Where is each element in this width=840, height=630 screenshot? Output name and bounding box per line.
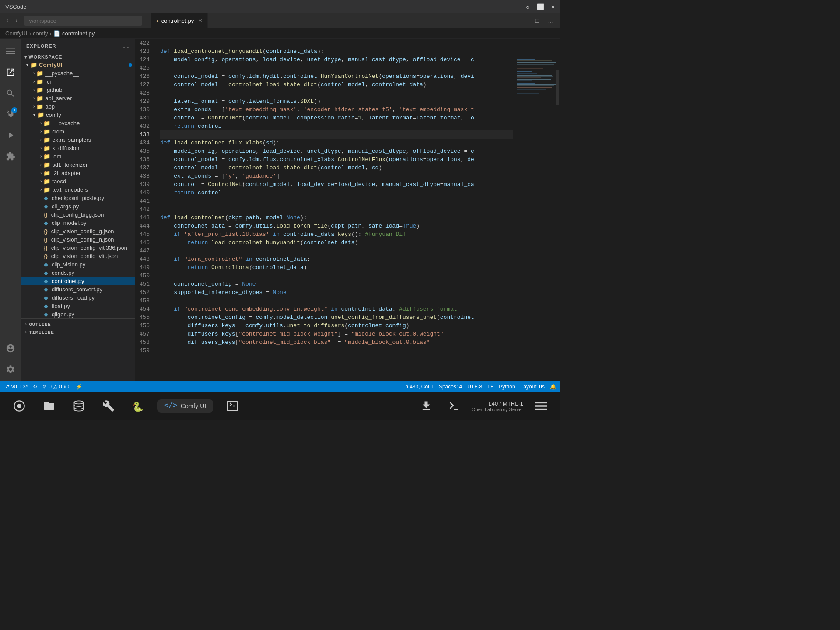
- tree-item-github[interactable]: › 📁 .github: [21, 86, 135, 94]
- status-layout[interactable]: Layout: us: [521, 384, 545, 390]
- tree-item-clip-vision-g[interactable]: {} clip_vision_config_g.json: [21, 227, 135, 235]
- tree-item-checkpoint-pickle[interactable]: ◆ checkpoint_pickle.py: [21, 194, 135, 202]
- taskbar-folder-icon[interactable]: [38, 396, 60, 416]
- float-label: float.py: [52, 303, 70, 309]
- tree-item-clip-vision-vitl[interactable]: {} clip_vision_config_vitl.json: [21, 252, 135, 260]
- activity-icon-source-control[interactable]: 1: [2, 105, 19, 123]
- timeline-header[interactable]: › TIMELINE: [21, 329, 135, 336]
- code-line-428: [160, 89, 513, 97]
- tree-item-pycache[interactable]: › 📁 __pycache__: [21, 69, 135, 77]
- taskbar-menu-icon[interactable]: [530, 396, 551, 416]
- ln-432: 432: [135, 122, 151, 130]
- refresh-button[interactable]: ↻: [526, 3, 529, 10]
- status-sync[interactable]: ↻: [33, 384, 37, 390]
- code-line-427: control_model = controlnet_load_state_di…: [160, 80, 513, 89]
- tree-item-taesd[interactable]: › 📁 taesd: [21, 177, 135, 186]
- svg-rect-24: [517, 94, 539, 94]
- taskbar-tools-icon[interactable]: [98, 396, 119, 416]
- tree-item-k-diffusion[interactable]: › 📁 k_diffusion: [21, 144, 135, 152]
- status-errors[interactable]: ⊘ 0 △ 0 ℹ 0: [42, 384, 70, 390]
- tree-item-clip-vision-h[interactable]: {} clip_vision_config_h.json: [21, 235, 135, 244]
- taskbar: 🐍 </> Comfy UI L40 / MTRL-1 Open Laborat…: [0, 392, 560, 420]
- taskbar-terminal-icon[interactable]: [222, 396, 243, 416]
- activity-icon-account[interactable]: [2, 340, 19, 357]
- tree-item-clip-model[interactable]: ◆ clip_model.py: [21, 219, 135, 227]
- tree-item-cli-args[interactable]: ◆ cli_args.py: [21, 202, 135, 210]
- tree-item-clip-config-bigg[interactable]: {} clip_config_bigg.json: [21, 210, 135, 219]
- status-encoding[interactable]: UTF-8: [467, 384, 482, 390]
- t2i-adapter-icon: 📁: [43, 170, 50, 176]
- taskbar-prompt-icon[interactable]: [444, 396, 465, 416]
- breadcrumb-part-0[interactable]: ComfyUI: [5, 30, 28, 37]
- more-actions-button[interactable]: …: [546, 16, 556, 25]
- activity-icon-menu[interactable]: [2, 42, 19, 60]
- taskbar-download-icon[interactable]: [416, 396, 437, 416]
- line-numbers: 422 423 424 425 426 427 428 429 430 431 …: [135, 39, 157, 382]
- code-container[interactable]: 422 423 424 425 426 427 428 429 430 431 …: [135, 39, 560, 382]
- tree-item-comfyui[interactable]: ▾ 📁 ComfyUI: [21, 61, 135, 69]
- tree-item-t2i-adapter[interactable]: › 📁 t2i_adapter: [21, 169, 135, 177]
- activity-icon-extensions[interactable]: [2, 147, 19, 165]
- tree-item-comfy[interactable]: ▾ 📁 comfy: [21, 111, 135, 119]
- clip-vision-h-icon: {}: [44, 236, 48, 243]
- close-button[interactable]: ✕: [551, 3, 555, 10]
- svg-rect-13: [517, 75, 552, 76]
- status-remote[interactable]: ⚡: [76, 384, 84, 390]
- status-position[interactable]: Ln 433, Col 1: [402, 384, 433, 390]
- tree-item-clip-vision[interactable]: ◆ clip_vision.py: [21, 260, 135, 269]
- outline-label: OUTLINE: [29, 322, 51, 327]
- tree-item-ci[interactable]: › 📁 .ci: [21, 77, 135, 86]
- tree-item-controlnet[interactable]: ◆ controlnet.py: [21, 277, 135, 285]
- code-line-434: def load_controlnet_flux_xlabs(sd):: [160, 139, 513, 147]
- window-button[interactable]: ⬜: [537, 3, 544, 10]
- activity-icon-explorer[interactable]: [2, 63, 19, 81]
- clip-vision-g-icon: {}: [44, 228, 48, 234]
- tree-item-ldm[interactable]: › 📁 ldm: [21, 152, 135, 161]
- activity-icon-run[interactable]: [2, 126, 19, 144]
- forward-button[interactable]: ›: [13, 15, 20, 26]
- tree-item-comfy-pycache[interactable]: › 📁 __pycache__: [21, 119, 135, 127]
- tree-item-sd1-tokenizer[interactable]: › 📁 sd1_tokenizer: [21, 161, 135, 169]
- taskbar-python-icon[interactable]: 🐍: [128, 396, 149, 416]
- workspace-search[interactable]: [24, 16, 142, 26]
- status-git[interactable]: ⎇ v0.1.3*: [4, 384, 28, 390]
- activity-icon-settings[interactable]: [2, 360, 19, 378]
- t2i-adapter-label: t2i_adapter: [52, 170, 80, 176]
- tree-item-clip-vision-vitl336[interactable]: {} clip_vision_config_vitl336.json: [21, 244, 135, 252]
- tree-item-extra-samplers[interactable]: › 📁 extra_samplers: [21, 136, 135, 144]
- tree-item-diffusers-load[interactable]: ◆ diffusers_load.py: [21, 294, 135, 302]
- code-line-447: [160, 247, 513, 255]
- status-spaces[interactable]: Spaces: 4: [439, 384, 462, 390]
- position-label: Ln 433, Col 1: [402, 384, 433, 390]
- tree-item-api[interactable]: › 📁 api_server: [21, 94, 135, 102]
- taskbar-code-app[interactable]: </> Comfy UI: [158, 399, 213, 413]
- taskbar-db-icon[interactable]: [68, 396, 89, 416]
- tree-item-text-encoders[interactable]: › 📁 text_encoders: [21, 186, 135, 194]
- code-line-437: control_model = controlnet_load_state_di…: [160, 164, 513, 172]
- tab-close-icon[interactable]: ✕: [198, 18, 202, 24]
- code-line-446: return load_controlnet_hunyuandit(contro…: [160, 238, 513, 247]
- split-editor-button[interactable]: ⊟: [533, 16, 542, 25]
- back-button[interactable]: ‹: [4, 15, 11, 26]
- activity-icon-search[interactable]: [2, 84, 19, 102]
- breadcrumb-part-1[interactable]: comfy: [33, 30, 48, 37]
- active-tab[interactable]: ● controlnet.py ✕: [151, 13, 208, 28]
- tree-item-qligen[interactable]: ◆ qligen.py: [21, 310, 135, 318]
- sidebar-more-button[interactable]: …: [123, 42, 130, 49]
- status-language[interactable]: Python: [499, 384, 515, 390]
- svg-rect-33: [535, 402, 547, 404]
- tree-item-cldm[interactable]: › 📁 cldm: [21, 127, 135, 136]
- tree-item-conds[interactable]: ◆ conds.py: [21, 269, 135, 277]
- tree-item-float[interactable]: ◆ float.py: [21, 302, 135, 310]
- workspace-header[interactable]: ▾ WORKSPACE: [21, 53, 135, 61]
- tree-item-diffusers-convert[interactable]: ◆ diffusers_convert.py: [21, 285, 135, 294]
- tree-item-app[interactable]: › 📁 app: [21, 102, 135, 111]
- breadcrumb: ComfyUI › comfy › 📄controlnet.py: [0, 28, 560, 39]
- svg-rect-12: [517, 74, 537, 75]
- sd1-tokenizer-label: sd1_tokenizer: [52, 161, 88, 168]
- taskbar-app-icon[interactable]: [9, 396, 30, 416]
- outline-header[interactable]: › OUTLINE: [21, 321, 135, 329]
- status-bell[interactable]: 🔔: [550, 384, 556, 390]
- qligen-icon: ◆: [44, 311, 48, 318]
- status-line-ending[interactable]: LF: [487, 384, 494, 390]
